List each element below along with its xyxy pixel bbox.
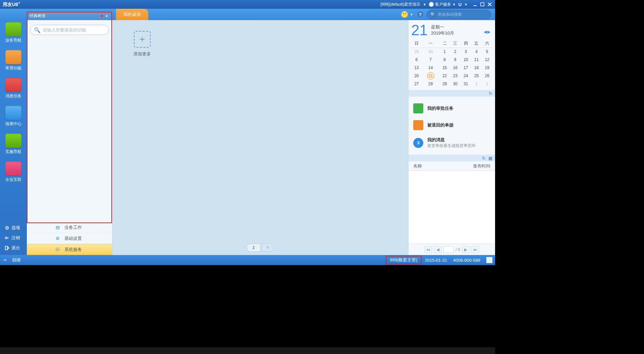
smiley-dropdown-icon[interactable]: ▼ xyxy=(410,13,413,16)
cal-day[interactable]: 29 xyxy=(411,48,422,56)
news-body xyxy=(409,171,495,244)
status-account[interactable]: 999(账套主管) xyxy=(386,256,421,264)
cal-dow: 五 xyxy=(471,40,482,48)
cal-day[interactable]: 19 xyxy=(482,64,492,72)
leftnav-item-3[interactable]: 报表中心 xyxy=(3,106,23,127)
tree-search-input[interactable] xyxy=(43,28,105,33)
cal-day[interactable]: 25 xyxy=(471,72,482,80)
cal-day[interactable]: 9 xyxy=(450,56,461,64)
cal-day[interactable]: 6 xyxy=(411,56,422,64)
tree-cat-2[interactable]: ⛁系统服务 xyxy=(27,244,112,255)
tree-search[interactable]: 🔍 xyxy=(30,25,109,35)
cal-dow: 三 xyxy=(450,40,461,48)
customer-service[interactable]: 客户服务 ▼ xyxy=(429,2,456,7)
cal-day[interactable]: 31 xyxy=(461,80,471,88)
cal-day[interactable]: 3 xyxy=(461,48,471,56)
cal-day[interactable]: 30 xyxy=(450,80,461,88)
news-pager: ⏮ ◀ / 0 ▶ ⏭ xyxy=(409,244,495,255)
task-returned-label: 被退回的单据 xyxy=(427,122,453,128)
leftnav-item-0[interactable]: 业务导航 xyxy=(3,22,23,43)
u-dropdown-icon[interactable]: ▼ xyxy=(464,3,468,6)
cal-day[interactable]: 4 xyxy=(471,48,482,56)
cal-day[interactable]: 8 xyxy=(439,56,450,64)
cal-day[interactable]: 21 xyxy=(422,72,439,80)
calendar-day: 21 xyxy=(411,23,428,38)
cal-day[interactable]: 12 xyxy=(482,56,492,64)
logout-button[interactable]: 注销 xyxy=(0,233,27,243)
cal-day[interactable]: 24 xyxy=(461,72,471,80)
tab-my-desktop[interactable]: 我的桌面 xyxy=(116,9,148,20)
cal-next-icon[interactable]: ▶ xyxy=(487,30,490,34)
cal-day[interactable]: 23 xyxy=(450,72,461,80)
close-button[interactable] xyxy=(487,2,492,7)
leftnav-item-4[interactable]: 实施导航 xyxy=(3,134,23,155)
status-date: 2015-01-31 xyxy=(425,258,447,263)
cal-day[interactable]: 13 xyxy=(411,64,422,72)
tree-panel: 经典树形 📌 ✕ 🔍 ▤业务工作⚙基础设置⛁系统服务 xyxy=(27,20,113,255)
qr-icon[interactable] xyxy=(486,257,492,263)
cal-day[interactable]: 16 xyxy=(450,64,461,72)
maximize-button[interactable] xyxy=(480,2,485,7)
task-approval[interactable]: 我的审批任务 xyxy=(412,100,492,117)
task-returned[interactable]: 被退回的单据 xyxy=(412,117,492,134)
add-more-tile[interactable]: + 添加更多 xyxy=(129,31,156,57)
pager-last[interactable]: ⏭ xyxy=(472,246,479,253)
cal-day[interactable]: 18 xyxy=(471,64,482,72)
cal-day[interactable]: 30 xyxy=(422,48,439,56)
page-indicator[interactable]: 1 xyxy=(247,244,261,252)
cal-day[interactable]: 5 xyxy=(482,48,492,56)
leftnav-icon xyxy=(5,106,21,120)
pager-prev[interactable]: ◀ xyxy=(434,246,441,253)
task-messages[interactable]: 3 我的消息 发货单批量生成拣货单完毕 xyxy=(412,134,492,152)
cal-day[interactable]: 2 xyxy=(450,48,461,56)
close-panel-icon[interactable]: ✕ xyxy=(104,13,109,19)
barcode-search-input[interactable] xyxy=(438,12,488,17)
cal-day[interactable]: 29 xyxy=(439,80,450,88)
refresh-icon[interactable]: ↻ xyxy=(482,156,486,161)
brand-label: 用友U8+ xyxy=(3,1,20,8)
refresh-icon[interactable]: ↻ xyxy=(489,91,492,96)
cal-day[interactable]: 7 xyxy=(422,56,439,64)
cal-prev-icon[interactable]: ◀ xyxy=(484,30,487,34)
page-edit-icon[interactable]: ✎ xyxy=(262,244,274,252)
leftnav-item-2[interactable]: 消息任务 xyxy=(3,78,23,99)
cal-dow: 日 xyxy=(411,40,422,48)
exit-button[interactable]: 退出 xyxy=(0,243,27,253)
cal-day[interactable]: 1 xyxy=(471,80,482,88)
pager-input[interactable] xyxy=(443,246,453,253)
tree-cat-1[interactable]: ⚙基础设置 xyxy=(27,233,112,244)
cat-label: 基础设置 xyxy=(64,236,82,242)
barcode-search[interactable]: 🔍 xyxy=(427,10,491,19)
smiley-icon[interactable] xyxy=(401,11,408,18)
leftnav-icon xyxy=(5,22,21,36)
account-dropdown-icon[interactable]: ▼ xyxy=(423,3,426,6)
pager-first[interactable]: ⏮ xyxy=(425,246,432,253)
pin-icon[interactable]: 📌 xyxy=(99,13,104,19)
left-nav: 业务导航常用功能消息任务报表中心实施导航企业互联 选项 注销 退出 xyxy=(0,20,27,255)
expand-icon[interactable]: ⇥ xyxy=(3,257,8,263)
list-icon[interactable]: ▦ xyxy=(488,156,492,161)
leftnav-label: 常用功能 xyxy=(5,65,21,71)
help-button[interactable]: ? xyxy=(417,11,424,18)
cal-day[interactable]: 26 xyxy=(482,72,492,80)
cal-day[interactable]: 22 xyxy=(439,72,450,80)
windows-taskbar[interactable] xyxy=(0,347,495,354)
minimize-button[interactable] xyxy=(472,2,478,7)
cal-day[interactable]: 15 xyxy=(439,64,450,72)
leftnav-item-5[interactable]: 企业互联 xyxy=(3,161,23,183)
cal-day[interactable]: 14 xyxy=(422,64,439,72)
cal-day[interactable]: 11 xyxy=(471,56,482,64)
cal-day[interactable]: 1 xyxy=(439,48,450,56)
cal-day[interactable]: 10 xyxy=(461,56,471,64)
cal-day[interactable]: 20 xyxy=(411,72,422,80)
cal-day[interactable]: 27 xyxy=(411,80,422,88)
u-menu[interactable]: U xyxy=(459,2,462,7)
options-button[interactable]: 选项 xyxy=(0,223,27,233)
cal-day[interactable]: 2 xyxy=(482,80,492,88)
cal-day[interactable]: 28 xyxy=(422,80,439,88)
leftnav-item-1[interactable]: 常用功能 xyxy=(3,50,23,71)
tree-cat-0[interactable]: ▤业务工作 xyxy=(27,222,112,233)
pager-next[interactable]: ▶ xyxy=(462,246,470,253)
cal-day[interactable]: 17 xyxy=(461,64,471,72)
leftnav-icon xyxy=(5,78,21,92)
